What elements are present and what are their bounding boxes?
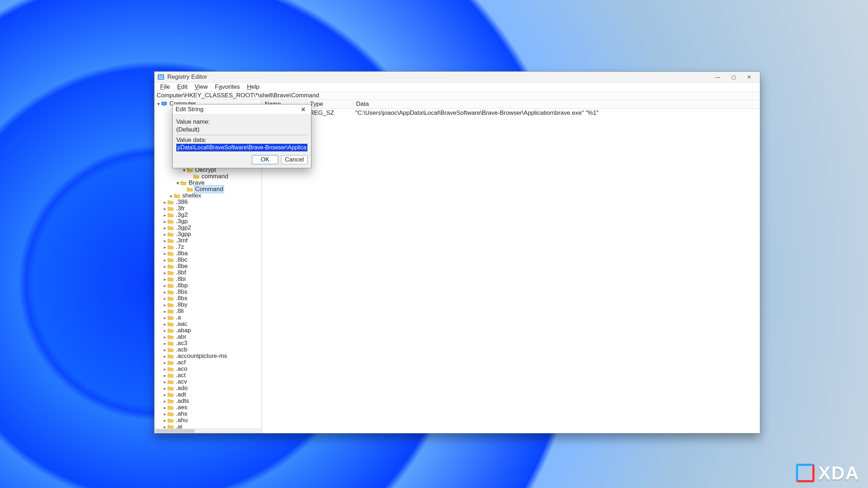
tree-node-label: .8li xyxy=(175,308,184,315)
tree-node-shellex[interactable]: ▸shellex xyxy=(154,192,262,199)
dialog-close-button[interactable]: ✕ xyxy=(298,105,308,114)
tree-node-label: .aco xyxy=(175,365,188,373)
folder-icon xyxy=(167,206,174,211)
list-row-default[interactable]: REG_SZ "C:\Users\joaoc\AppData\Local\Bra… xyxy=(262,109,760,117)
folder-icon xyxy=(167,200,174,205)
tree-node--8bx[interactable]: ▸.8bx xyxy=(154,295,262,302)
value-list[interactable]: Name Type Data REG_SZ "C:\Users\joaoc\Ap… xyxy=(262,100,760,433)
tree-node--acf[interactable]: ▸.acf xyxy=(154,359,262,366)
folder-icon xyxy=(167,232,174,237)
tree-node--8bc[interactable]: ▸.8bc xyxy=(154,257,262,263)
tree-node--act[interactable]: ▸.act xyxy=(154,372,262,379)
tree-node--8be[interactable]: ▸.8be xyxy=(154,263,262,269)
svg-rect-3 xyxy=(159,77,163,78)
folder-icon xyxy=(167,212,174,217)
tree-node-label: .ahu xyxy=(175,417,188,424)
tree-node-label: .3fr xyxy=(175,205,186,212)
cancel-button[interactable]: Cancel xyxy=(281,155,308,164)
cell-data: "C:\Users\joaoc\AppData\Local\BraveSoftw… xyxy=(352,109,760,117)
tree-node--ado[interactable]: ▸.ado xyxy=(154,385,262,391)
tree-node--386[interactable]: ▸.386 xyxy=(154,199,262,205)
tree-node--3gpp[interactable]: ▸.3gpp xyxy=(154,231,262,237)
tree-node-label: .aes xyxy=(175,404,188,411)
tree-node--3gp2[interactable]: ▸.3gp2 xyxy=(154,225,262,231)
tree-node--acb[interactable]: ▸.acb xyxy=(154,346,262,353)
menubar: File Edit View Favorites Help xyxy=(154,83,760,92)
tree-node-label: .acv xyxy=(175,378,188,385)
tree-node-label: shellex xyxy=(182,192,202,199)
tree-node--7z[interactable]: ▸.7z xyxy=(154,244,262,250)
close-button[interactable]: ✕ xyxy=(741,72,757,82)
tree-node--ac3[interactable]: ▸.ac3 xyxy=(154,340,262,346)
tree-node--8ba[interactable]: ▸.8ba xyxy=(154,250,262,257)
tree-node--adt[interactable]: ▸.adt xyxy=(154,391,262,398)
tree-node--ahs[interactable]: ▸.ahs xyxy=(154,411,262,417)
value-data-label: Value data: xyxy=(176,137,308,144)
folder-icon xyxy=(167,328,174,333)
folder-icon xyxy=(167,283,174,288)
svg-rect-2 xyxy=(161,76,163,77)
tree-node--accountpicture-ms[interactable]: ▸.accountpicture-ms xyxy=(154,353,262,359)
menu-edit[interactable]: Edit xyxy=(173,83,191,91)
tree-node-label: .8by xyxy=(175,301,188,308)
col-type[interactable]: Type xyxy=(307,100,353,108)
tree-node--8bi[interactable]: ▸.8bi xyxy=(154,276,262,282)
maximize-button[interactable]: ▢ xyxy=(726,72,741,82)
tree-node--acv[interactable]: ▸.acv xyxy=(154,379,262,385)
tree-node-label: .8bc xyxy=(175,256,188,263)
menu-view[interactable]: View xyxy=(191,83,212,91)
tree-node--3gp[interactable]: ▸.3gp xyxy=(154,218,262,225)
folder-icon xyxy=(167,245,174,250)
folder-icon xyxy=(167,309,174,314)
minimize-button[interactable]: — xyxy=(710,72,726,82)
tree-node--3fr[interactable]: ▸.3fr xyxy=(154,205,262,212)
svg-rect-0 xyxy=(158,75,164,79)
tree-node-command[interactable]: command xyxy=(154,173,262,180)
folder-icon xyxy=(167,277,174,282)
tree-node-label: .8bp xyxy=(175,282,188,289)
tree-node--8li[interactable]: ▸.8li xyxy=(154,308,262,314)
menu-favorites[interactable]: Favorites xyxy=(211,83,243,91)
tree-node-label: .8bi xyxy=(175,276,186,283)
menu-help[interactable]: Help xyxy=(243,83,263,91)
folder-icon xyxy=(167,238,174,243)
tree-node-label: command xyxy=(201,173,229,180)
tree-node--a[interactable]: ▸.a xyxy=(154,314,262,321)
value-data-input[interactable] xyxy=(176,144,308,151)
tree-node--3mf[interactable]: ▸.3mf xyxy=(154,237,262,244)
titlebar[interactable]: Registry Editor — ▢ ✕ xyxy=(154,72,760,83)
computer-icon xyxy=(161,101,167,106)
folder-icon xyxy=(167,322,174,327)
tree-node--3g2[interactable]: ▸.3g2 xyxy=(154,212,262,218)
tree-node-label: .8ba xyxy=(175,250,188,257)
col-data[interactable]: Data xyxy=(353,100,760,108)
tree-horizontal-scrollbar[interactable] xyxy=(154,428,262,433)
tree-node-label: .3g2 xyxy=(175,211,188,219)
tree-node-brave[interactable]: ▾Brave xyxy=(154,180,262,186)
tree-node--8by[interactable]: ▸.8by xyxy=(154,302,262,308)
tree-node--abap[interactable]: ▸.abap xyxy=(154,327,262,334)
ok-button[interactable]: OK xyxy=(252,155,278,164)
list-header[interactable]: Name Type Data xyxy=(262,100,760,109)
folder-icon xyxy=(167,366,174,371)
tree-node--8bp[interactable]: ▸.8bp xyxy=(154,282,262,289)
folder-icon xyxy=(167,360,174,365)
svg-rect-4 xyxy=(162,102,167,105)
tree-node--aac[interactable]: ▸.aac xyxy=(154,321,262,327)
edit-string-dialog: Edit String ✕ Value name: (Default) Valu… xyxy=(172,104,311,168)
tree-node--ahu[interactable]: ▸.ahu xyxy=(154,417,262,423)
tree-node--8bs[interactable]: ▸.8bs xyxy=(154,289,262,295)
tree-node-command[interactable]: Command xyxy=(154,186,262,192)
tree-node--aes[interactable]: ▸.aes xyxy=(154,404,262,411)
tree-node--adts[interactable]: ▸.adts xyxy=(154,398,262,404)
tree-node--aco[interactable]: ▸.aco xyxy=(154,366,262,372)
tree-node--abr[interactable]: ▸.abr xyxy=(154,334,262,340)
folder-icon xyxy=(187,168,193,173)
xda-text: XDA xyxy=(818,462,859,484)
address-bar[interactable]: Computer\HKEY_CLASSES_ROOT\*\shell\Brave… xyxy=(154,92,760,100)
dialog-titlebar[interactable]: Edit String ✕ xyxy=(173,104,311,115)
menu-file[interactable]: File xyxy=(157,83,173,91)
tree-node--8bf[interactable]: ▸.8bf xyxy=(154,269,262,276)
folder-icon xyxy=(167,315,174,320)
tree-node-label: .adts xyxy=(175,397,190,405)
